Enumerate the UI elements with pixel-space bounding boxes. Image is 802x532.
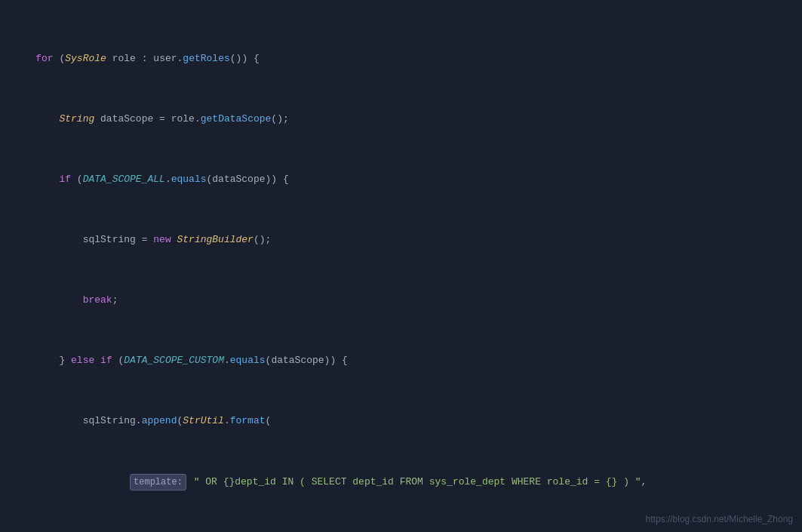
line-7: sqlString.append(StrUtil.format( — [0, 414, 802, 429]
line-5: break; — [0, 293, 802, 308]
line-1: for (SysRole role : user.getRoles()) { — [0, 51, 802, 66]
line-3: if (DATA_SCOPE_ALL.equals(dataScope)) { — [0, 172, 802, 187]
code-editor: for (SysRole role : user.getRoles()) { S… — [0, 0, 802, 532]
line-4: sqlString = new StringBuilder(); — [0, 232, 802, 248]
line-8: template: " OR {}dept_id IN ( SELECT dep… — [0, 474, 802, 490]
watermark: https://blog.csdn.net/Michelle_Zhong — [646, 514, 793, 524]
code-content: for (SysRole role : user.getRoles()) { S… — [0, 0, 802, 532]
line-2: String dataScope = role.getDataScope(); — [0, 112, 802, 127]
line-6: } else if (DATA_SCOPE_CUSTOM.equals(data… — [0, 353, 802, 368]
